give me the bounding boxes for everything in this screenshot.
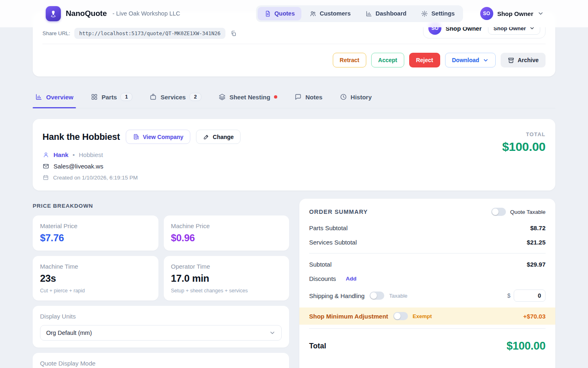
brand-org: - Live Oak Workshop LLC — [113, 10, 180, 17]
operator-time-label: Operator Time — [171, 263, 282, 270]
quote-display-mode-card: Quote Display Mode How services appear t… — [33, 353, 289, 368]
machine-price-label: Machine Price — [171, 222, 282, 229]
services-subtotal-row: Services Subtotal $21.25 — [309, 235, 546, 249]
copy-icon[interactable] — [230, 30, 237, 37]
tab-label: Notes — [305, 94, 323, 101]
reject-button[interactable]: Reject — [409, 53, 440, 67]
download-button[interactable]: Download — [445, 53, 496, 67]
shipping-amount-input[interactable] — [514, 289, 546, 302]
tab-sheet-nesting[interactable]: Sheet Nesting — [218, 87, 278, 108]
retract-button[interactable]: Retract — [333, 53, 366, 67]
shop-minimum-exempt-label: Exempt — [413, 313, 432, 319]
machine-time-note: Cut + pierce + rapid — [40, 288, 151, 294]
clock-icon — [340, 93, 347, 101]
order-summary-card: ORDER SUMMARY Quote Taxable Parts Subtot… — [299, 199, 555, 368]
nav-item-dashboard[interactable]: Dashboard — [359, 7, 413, 20]
pencil-icon — [203, 134, 209, 140]
tab-label: Services — [160, 94, 186, 101]
main-nav: Quotes Customers Dashboard Settings — [256, 5, 463, 22]
customer-contact-row: Hank • Hobbiest — [42, 151, 241, 158]
tab-label: Sheet Nesting — [229, 94, 270, 101]
shop-minimum-row: Shop Minimum Adjustment Exempt +$70.03 — [299, 307, 555, 325]
bar-chart-icon — [365, 10, 372, 17]
change-customer-button[interactable]: Change — [196, 130, 241, 144]
archive-button[interactable]: Archive — [501, 53, 546, 67]
customer-email: Sales@liveoak.ws — [53, 163, 103, 170]
tab-history[interactable]: History — [339, 87, 373, 108]
view-company-button[interactable]: View Company — [126, 130, 190, 144]
nav-label: Settings — [431, 10, 454, 17]
chevron-down-icon — [269, 330, 276, 336]
operator-time-value: 17.0 min — [171, 273, 282, 284]
machine-price-value: $0.96 — [171, 232, 282, 244]
customer-email-row: Sales@liveoak.ws — [42, 163, 241, 170]
machine-time-card: Machine Time 23s Cut + pierce + rapid — [33, 256, 158, 301]
machine-time-label: Machine Time — [40, 263, 151, 270]
file-text-icon — [264, 10, 271, 17]
mail-icon — [42, 163, 49, 170]
price-breakdown-heading: PRICE BREAKDOWN — [33, 203, 289, 209]
share-url-label: Share URL: — [42, 30, 70, 36]
view-company-label: View Company — [143, 134, 183, 140]
quote-total-value: $100.00 — [502, 140, 546, 154]
nav-label: Quotes — [274, 10, 295, 17]
order-summary-heading: ORDER SUMMARY — [309, 209, 368, 215]
parts-subtotal-label: Parts Subtotal — [309, 224, 347, 231]
nav-item-quotes[interactable]: Quotes — [258, 7, 301, 20]
avatar: SO — [480, 7, 493, 20]
order-total-value: $100.00 — [507, 340, 546, 352]
chevron-down-icon — [537, 10, 544, 17]
bullet: • — [73, 151, 75, 158]
quote-taxable-toggle[interactable] — [491, 208, 506, 216]
total-label: TOTAL — [502, 131, 546, 137]
building-icon — [133, 133, 140, 140]
total-row: Total $100.00 — [309, 332, 546, 352]
user-menu[interactable]: SO Shop Owner — [480, 7, 544, 20]
currency-symbol: $ — [507, 292, 510, 299]
display-units-value: Org Default (mm) — [46, 330, 92, 336]
share-url-value: http://localhost:5173/quote/QT-MK0ZE1XW-… — [74, 28, 225, 39]
brand-name: NanoQuote — [66, 9, 107, 18]
tab-parts[interactable]: Parts 1 — [90, 87, 133, 108]
operator-time-card: Operator Time 17.0 min Setup + sheet cha… — [164, 256, 290, 301]
machine-price-card: Machine Price $0.96 — [164, 215, 290, 251]
nav-item-customers[interactable]: Customers — [303, 7, 357, 20]
tab-notes[interactable]: Notes — [294, 87, 323, 108]
quote-taxable-label: Quote Taxable — [510, 209, 546, 215]
tab-label: Overview — [46, 94, 74, 101]
navbar: NanoQuote - Live Oak Workshop LLC Quotes… — [0, 0, 588, 27]
material-price-label: Material Price — [40, 222, 151, 229]
display-units-select[interactable]: Org Default (mm) — [40, 325, 282, 341]
services-subtotal-label: Services Subtotal — [309, 239, 357, 246]
operator-time-note: Setup + sheet changes + services — [171, 288, 282, 294]
order-total-label: Total — [309, 342, 326, 350]
customer-card: Hank the Hobbiest View Company Change Ha… — [33, 119, 555, 191]
created-date: Created on 1/10/2026, 6:19:15 PM — [53, 175, 138, 181]
divider — [309, 253, 546, 254]
brand-logo-icon — [46, 6, 61, 21]
quote-actions: Retract Accept Reject Download Archive — [42, 44, 546, 67]
services-subtotal-value: $21.25 — [527, 239, 546, 246]
subtotal-row: Subtotal $29.97 — [309, 257, 546, 272]
shipping-label: Shipping & Handling — [309, 292, 365, 299]
shop-minimum-exempt-toggle[interactable] — [393, 312, 408, 320]
contact-first-name[interactable]: Hank — [53, 151, 69, 158]
change-label: Change — [213, 134, 234, 140]
shipping-taxable-toggle[interactable] — [370, 292, 384, 300]
tab-services[interactable]: Services 2 — [149, 87, 202, 108]
quote-display-mode-label: Quote Display Mode — [40, 360, 282, 367]
customer-name: Hank the Hobbiest — [42, 132, 120, 142]
display-units-label: Display Units — [40, 313, 282, 320]
discounts-label: Discounts — [309, 275, 336, 282]
parts-subtotal-value: $8.72 — [530, 224, 546, 231]
parts-count-badge: 1 — [120, 93, 132, 101]
archive-icon — [508, 57, 514, 64]
accept-button[interactable]: Accept — [371, 53, 404, 67]
calendar-icon — [42, 174, 49, 181]
add-discount-link[interactable]: Add — [346, 276, 356, 282]
nav-item-settings[interactable]: Settings — [414, 7, 461, 20]
tab-label: History — [351, 94, 372, 101]
material-price-value: $7.76 — [40, 232, 151, 244]
tab-overview[interactable]: Overview — [34, 87, 74, 108]
subtotal-label: Subtotal — [309, 261, 332, 268]
